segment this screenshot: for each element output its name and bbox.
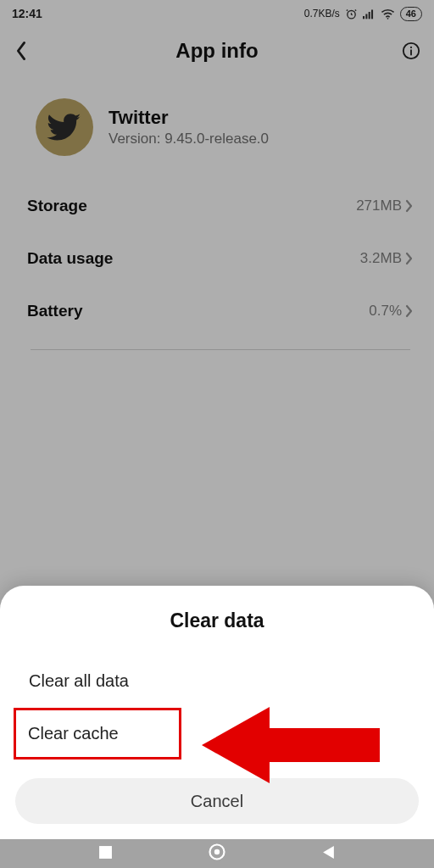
- nav-back-button[interactable]: [321, 845, 336, 863]
- annotation-arrow: [193, 698, 388, 795]
- svg-rect-8: [99, 846, 112, 859]
- nav-recents-button[interactable]: [98, 845, 113, 863]
- square-icon: [98, 845, 113, 860]
- clear-cache-option[interactable]: Clear cache: [16, 710, 179, 757]
- circle-icon: [208, 843, 226, 861]
- annotation-highlight: Clear cache: [14, 708, 181, 760]
- svg-point-10: [214, 849, 220, 854]
- clear-data-sheet: Clear data Clear all data Clear cache Ca…: [0, 586, 434, 839]
- nav-home-button[interactable]: [208, 843, 226, 865]
- navigation-bar: [0, 839, 434, 868]
- triangle-left-icon: [321, 845, 336, 860]
- sheet-title: Clear data: [15, 609, 419, 632]
- arrow-icon: [193, 698, 388, 792]
